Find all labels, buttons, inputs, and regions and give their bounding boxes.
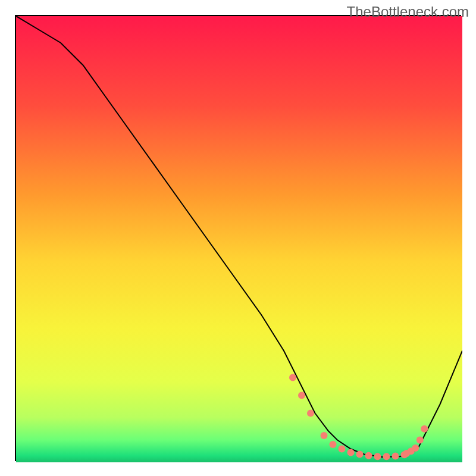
chart-container: TheBottleneck.com bbox=[0, 0, 476, 476]
marker-dot bbox=[374, 453, 381, 460]
marker-dot bbox=[298, 392, 305, 399]
marker-dot bbox=[339, 446, 346, 453]
marker-dot bbox=[347, 449, 355, 456]
marker-dot bbox=[412, 444, 419, 452]
watermark-text: TheBottleneck.com bbox=[347, 4, 469, 20]
gradient-background bbox=[16, 16, 462, 462]
marker-dot bbox=[416, 437, 424, 444]
marker-dot bbox=[356, 451, 364, 458]
marker-dot bbox=[383, 453, 390, 460]
marker-dot bbox=[365, 452, 372, 459]
marker-dot bbox=[421, 425, 428, 433]
marker-dot bbox=[289, 374, 296, 381]
marker-dot bbox=[307, 410, 314, 417]
marker-dot bbox=[330, 441, 337, 448]
marker-dot bbox=[321, 432, 328, 439]
plot-area bbox=[15, 15, 461, 461]
marker-dot bbox=[392, 453, 399, 460]
chart-svg bbox=[16, 16, 462, 462]
